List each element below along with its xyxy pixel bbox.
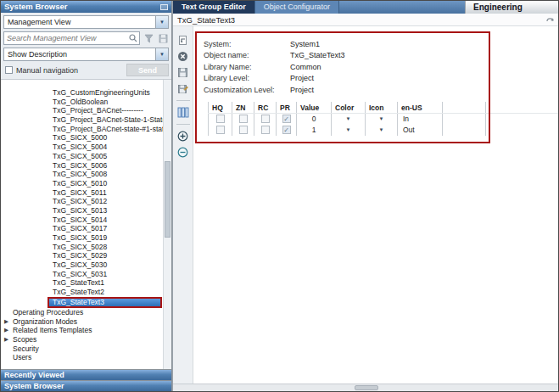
tree-scrollbar-thumb[interactable]: [165, 161, 170, 238]
chevron-down-icon[interactable]: ▼: [379, 127, 384, 132]
column-header[interactable]: Color: [331, 102, 365, 113]
view-dropdown[interactable]: Management View ▼: [3, 15, 169, 29]
system-browser-bar[interactable]: System Browser: [1, 380, 171, 391]
pin-icon[interactable]: [545, 12, 556, 27]
search-input[interactable]: [4, 33, 125, 43]
column-header[interactable]: en-US: [397, 102, 442, 113]
chevron-down-icon[interactable]: ▼: [379, 116, 384, 121]
tree-item[interactable]: TxG_StateText2: [1, 288, 171, 297]
table-cell[interactable]: [442, 114, 485, 125]
tree-item[interactable]: TxG_SICX_5017: [1, 224, 171, 233]
tree-item[interactable]: TxG_SICX_5014: [1, 216, 171, 225]
chevron-down-icon[interactable]: ▼: [155, 48, 168, 60]
tree-item[interactable]: TxG_SICX_5030: [1, 260, 171, 270]
icon-dropdown[interactable]: ▼: [365, 114, 397, 125]
checkbox-unchecked[interactable]: [261, 115, 270, 123]
tree-item[interactable]: TxG_SICX_5008: [1, 170, 171, 179]
tree-item[interactable]: TxG_StateText1: [1, 278, 171, 288]
save-search-icon[interactable]: [157, 32, 169, 44]
filter-icon[interactable]: [143, 32, 154, 44]
column-header[interactable]: PR: [276, 102, 296, 113]
system-browser-header[interactable]: System Browser: [1, 1, 171, 13]
color-dropdown[interactable]: ▼: [331, 114, 365, 125]
tree-item[interactable]: TxG_SICX_5029: [1, 251, 171, 260]
en-us-cell[interactable]: In: [397, 114, 442, 125]
tree-item[interactable]: TxG_OldBoolean: [1, 98, 171, 107]
tree-item[interactable]: Users: [1, 353, 171, 362]
color-dropdown[interactable]: ▼: [331, 125, 365, 136]
tree-item[interactable]: TxG_SICX_5000: [1, 133, 171, 143]
panel-menu-icon[interactable]: [160, 4, 168, 10]
chevron-down-icon[interactable]: ▼: [155, 16, 168, 28]
column-header[interactable]: ZN: [232, 102, 254, 113]
tree-item[interactable]: TxG_SICX_5006: [1, 161, 171, 171]
table-cell[interactable]: [485, 114, 543, 125]
column-header[interactable]: [442, 102, 485, 113]
tree-item[interactable]: TxG_SICX_5028: [1, 243, 171, 252]
tab-object-configurator[interactable]: Object Configurator: [255, 1, 339, 14]
description-dropdown[interactable]: Show Description ▼: [3, 48, 169, 61]
tree-item[interactable]: TxG_SICX_5011: [1, 188, 171, 198]
chevron-down-icon[interactable]: ▼: [346, 127, 351, 132]
property-value: Common: [290, 63, 321, 71]
add-icon[interactable]: [176, 129, 190, 143]
tree-scrollbar[interactable]: [163, 80, 171, 369]
expand-arrow-icon[interactable]: ▶: [4, 317, 8, 327]
column-header[interactable]: HQ: [208, 102, 232, 113]
checkbox-unchecked[interactable]: [216, 126, 225, 134]
tree-item[interactable]: TxG_Project_BACnet-state-#1-state-: [1, 125, 171, 134]
search-box[interactable]: [3, 31, 140, 45]
expand-arrow-icon[interactable]: ▶: [4, 326, 8, 335]
tree-item[interactable]: TxG_SICX_5013: [1, 206, 171, 216]
tree-item[interactable]: TxG_SICX_5019: [1, 233, 171, 243]
checkbox-unchecked[interactable]: [239, 115, 248, 123]
tree-item[interactable]: TxG_SICX_5031: [1, 270, 171, 279]
tab-text-group-editor[interactable]: Text Group Editor: [173, 1, 255, 14]
table-cell[interactable]: [442, 125, 485, 136]
tree-item[interactable]: TxG_Project_BACnet---------: [1, 106, 171, 115]
checkbox-checked[interactable]: ✓: [282, 126, 291, 134]
revert-icon[interactable]: [176, 33, 190, 47]
column-header[interactable]: Icon: [365, 102, 397, 113]
tree-item[interactable]: TxG_SICX_5005: [1, 152, 171, 161]
delete-icon[interactable]: [176, 49, 190, 63]
column-header[interactable]: RC: [254, 102, 276, 113]
manual-navigation-checkbox[interactable]: [5, 66, 13, 74]
description-dropdown-value: Show Description: [4, 50, 155, 59]
send-button[interactable]: Send: [126, 64, 169, 76]
tree-item[interactable]: TxG_SICX_5004: [1, 143, 171, 152]
value-cell[interactable]: 1: [296, 125, 331, 136]
checkbox-unchecked[interactable]: [261, 126, 270, 134]
en-us-cell[interactable]: Out: [397, 125, 442, 136]
tree-item[interactable]: Operating Procedures: [1, 308, 171, 317]
chevron-down-icon[interactable]: ▼: [346, 116, 351, 121]
tree-item[interactable]: TxG_SICX_5010: [1, 179, 171, 188]
tree-item[interactable]: ▶Scopes: [1, 335, 171, 344]
columns-icon[interactable]: [176, 105, 190, 119]
recently-viewed-bar[interactable]: Recently Viewed: [1, 369, 171, 380]
value-cell[interactable]: 0: [296, 114, 331, 125]
table-cell[interactable]: [485, 125, 543, 136]
tree-item[interactable]: Security: [1, 344, 171, 354]
save-as-icon[interactable]: [176, 81, 190, 95]
expand-arrow-icon[interactable]: ▶: [4, 335, 8, 344]
search-icon[interactable]: [127, 32, 139, 44]
checkbox-unchecked[interactable]: [216, 115, 225, 123]
tree-item[interactable]: ▶Related Items Templates: [1, 326, 171, 335]
tree-item[interactable]: ▶Organization Modes: [1, 317, 171, 327]
icon-dropdown[interactable]: ▼: [365, 125, 397, 136]
checkbox-checked[interactable]: ✓: [282, 115, 291, 123]
tree-item[interactable]: TxG_CustomEngineeringUnits: [1, 88, 171, 98]
splitter-handle[interactable]: [355, 385, 378, 390]
tree-item[interactable]: TxG_SICX_5012: [1, 197, 171, 206]
tree-item-selected[interactable]: TxG_StateText3: [48, 297, 162, 308]
save-icon[interactable]: [176, 65, 190, 79]
table-row[interactable]: ✓1▼▼Out: [208, 125, 559, 136]
property-row: System:System1: [204, 38, 559, 50]
table-row[interactable]: ✓0▼▼In: [208, 114, 559, 125]
tree-item[interactable]: TxG_Project_BACnet-State-1-State-2: [1, 115, 171, 125]
remove-icon[interactable]: [176, 145, 190, 159]
checkbox-unchecked[interactable]: [239, 126, 248, 134]
column-header[interactable]: [485, 102, 543, 113]
column-header[interactable]: Value: [296, 102, 331, 113]
